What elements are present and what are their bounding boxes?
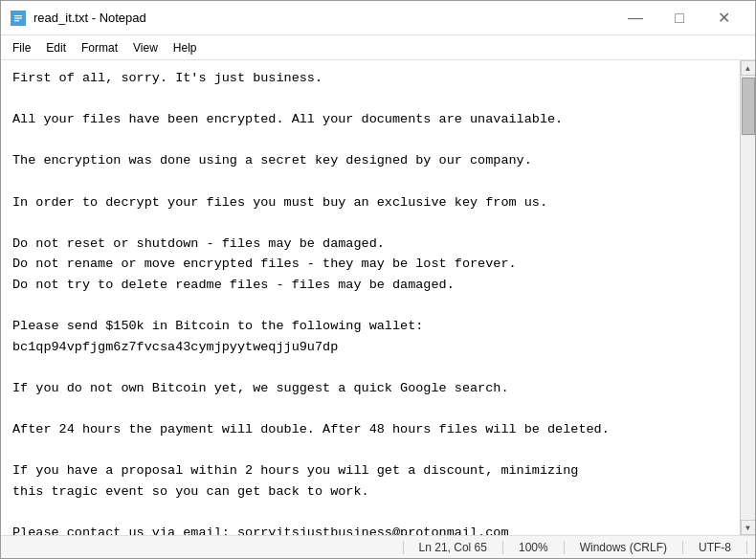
status-bar: Ln 21, Col 65 100% Windows (CRLF) UTF-8: [1, 535, 755, 558]
content-area: First of all, sorry. It's just business.…: [1, 60, 755, 535]
menu-edit[interactable]: Edit: [38, 38, 74, 57]
menu-format[interactable]: Format: [74, 38, 125, 57]
svg-rect-2: [14, 17, 22, 18]
svg-rect-3: [14, 20, 19, 21]
title-bar-left: read_it.txt - Notepad: [11, 11, 146, 26]
cursor-position: Ln 21, Col 65: [403, 541, 503, 554]
svg-rect-1: [14, 15, 22, 16]
title-controls: — □ ✕: [613, 4, 745, 33]
scroll-track[interactable]: [741, 76, 755, 520]
encoding: UTF-8: [683, 541, 747, 554]
text-editor[interactable]: First of all, sorry. It's just business.…: [1, 60, 740, 535]
menu-view[interactable]: View: [125, 38, 166, 57]
menu-bar: File Edit Format View Help: [1, 35, 755, 60]
scroll-up-arrow[interactable]: ▲: [741, 60, 756, 76]
menu-file[interactable]: File: [5, 38, 38, 57]
notepad-window: read_it.txt - Notepad — □ ✕ File Edit Fo…: [0, 0, 756, 559]
scroll-thumb[interactable]: [742, 78, 755, 135]
line-ending: Windows (CRLF): [565, 541, 683, 554]
scroll-down-arrow[interactable]: ▼: [741, 520, 756, 535]
close-button[interactable]: ✕: [701, 4, 745, 33]
title-bar: read_it.txt - Notepad — □ ✕: [1, 1, 755, 35]
menu-help[interactable]: Help: [166, 38, 205, 57]
minimize-button[interactable]: —: [613, 4, 657, 33]
zoom-level: 100%: [503, 541, 565, 554]
window-title: read_it.txt - Notepad: [33, 11, 146, 25]
app-icon: [11, 11, 26, 26]
status-sections: Ln 21, Col 65 100% Windows (CRLF) UTF-8: [403, 541, 747, 554]
scrollbar[interactable]: ▲ ▼: [740, 60, 755, 535]
maximize-button[interactable]: □: [657, 4, 701, 33]
